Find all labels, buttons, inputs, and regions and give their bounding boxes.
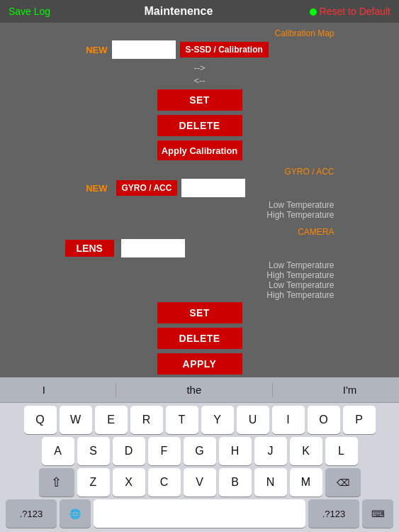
key-i[interactable]: I (272, 406, 305, 434)
key-x[interactable]: X (113, 468, 145, 497)
green-indicator (310, 9, 317, 16)
lens-button[interactable]: LENS (65, 240, 114, 257)
delete-button-calmap[interactable]: DELETE (157, 115, 242, 136)
numbers-button-2[interactable]: .?123 (308, 499, 359, 528)
reset-button[interactable]: Reset to Default (307, 6, 390, 17)
gyro-acc-label: GYRO / ACC (65, 167, 335, 177)
space-button[interactable] (94, 499, 305, 528)
set-button-calmap[interactable]: SET (157, 89, 242, 111)
low-temp1-camera: Low Temperature (65, 260, 335, 270)
arrow-row: --> <-- (193, 62, 205, 87)
kb-row-3: ⇧ Z X C V B N M ⌫ (3, 468, 396, 497)
kb-row-1: Q W E R T Y U I O P (3, 406, 396, 434)
autocomplete-word-3[interactable]: I'm (329, 384, 371, 396)
new-label-gyro: NEW (65, 183, 108, 194)
calibration-map-label: Calibration Map (65, 28, 335, 38)
key-a[interactable]: A (42, 437, 74, 465)
high-temp2-camera: High Temperature (65, 290, 335, 300)
key-n[interactable]: N (254, 468, 287, 497)
camera-input[interactable] (121, 239, 185, 257)
key-m[interactable]: M (290, 468, 322, 497)
autocomplete-sep-1 (116, 383, 116, 397)
shift-button[interactable]: ⇧ (39, 468, 74, 497)
autocomplete-word-1[interactable]: I (28, 384, 60, 396)
key-r[interactable]: R (130, 406, 163, 434)
gyro-acc-section: GYRO / ACC NEW GYRO / ACC Low Temperatur… (0, 162, 399, 223)
gyro-acc-row: NEW GYRO / ACC (65, 179, 335, 197)
key-f[interactable]: F (148, 437, 181, 465)
set-button-camera[interactable]: SET (157, 302, 242, 323)
high-temp1-camera: High Temperature (65, 270, 335, 280)
save-log-button[interactable]: Save Log (9, 6, 50, 17)
key-p[interactable]: P (343, 406, 376, 434)
keyboard-rows: Q W E R T Y U I O P A S D F G H J K L ⇧ (0, 403, 399, 532)
globe-button[interactable]: 🌐 (60, 499, 91, 528)
key-j[interactable]: J (254, 437, 287, 465)
apply-button-camera[interactable]: APPLY (157, 353, 242, 375)
new-label: NEW (65, 45, 108, 55)
page-title: Maintenence (144, 5, 213, 18)
key-l[interactable]: L (325, 437, 358, 465)
gyro-acc-input[interactable] (181, 179, 245, 197)
autocomplete-word-2[interactable]: the (172, 384, 215, 396)
key-z[interactable]: Z (77, 468, 110, 497)
delete-button[interactable]: ⌫ (325, 468, 361, 497)
key-v[interactable]: V (184, 468, 216, 497)
key-s[interactable]: S (77, 437, 110, 465)
sssd-calibration-button[interactable]: S-SSD / Calibration (180, 42, 269, 57)
key-w[interactable]: W (60, 406, 92, 434)
keyboard-area: I the I'm Q W E R T Y U I O P A S D F G … (0, 377, 399, 532)
numbers-button[interactable]: .?123 (6, 499, 57, 528)
key-u[interactable]: U (237, 406, 269, 434)
main-content: Calibration Map NEW S-SSD / Calibration … (0, 23, 399, 386)
autocomplete-bar: I the I'm (0, 377, 399, 403)
top-bar: Save Log Maintenence Reset to Default (0, 0, 399, 23)
calibration-map-row: NEW S-SSD / Calibration (65, 40, 335, 59)
delete-button-camera[interactable]: DELETE (157, 328, 242, 349)
calibration-map-section: Calibration Map NEW S-SSD / Calibration … (0, 23, 399, 162)
key-g[interactable]: G (184, 437, 216, 465)
shift-icon: ⇧ (51, 475, 62, 490)
camera-section: CAMERA LENS Low Temperature High Tempera… (0, 223, 399, 386)
key-t[interactable]: T (166, 406, 198, 434)
apply-calibration-button[interactable]: Apply Calibration (157, 140, 242, 160)
kb-bottom-row: .?123 🌐 .?123 ⌨ (3, 499, 396, 528)
key-k[interactable]: K (290, 437, 322, 465)
key-o[interactable]: O (308, 406, 340, 434)
kb-row-2: A S D F G H J K L (3, 437, 396, 465)
key-e[interactable]: E (95, 406, 128, 434)
gyro-acc-button[interactable]: GYRO / ACC (116, 180, 178, 196)
keyboard-hide-button[interactable]: ⌨ (362, 499, 393, 528)
key-h[interactable]: H (219, 437, 252, 465)
key-q[interactable]: Q (24, 406, 57, 434)
low-temp2-camera: Low Temperature (65, 280, 335, 290)
high-temp-gyro: High Temperature (65, 210, 335, 220)
autocomplete-sep-2 (272, 383, 273, 397)
camera-label: CAMERA (65, 227, 335, 237)
low-temp-gyro: Low Temperature (65, 200, 335, 210)
calibration-map-input[interactable] (112, 40, 176, 59)
key-d[interactable]: D (113, 437, 145, 465)
key-b[interactable]: B (219, 468, 252, 497)
key-c[interactable]: C (148, 468, 181, 497)
lens-row: LENS (65, 239, 335, 257)
key-y[interactable]: Y (201, 406, 234, 434)
